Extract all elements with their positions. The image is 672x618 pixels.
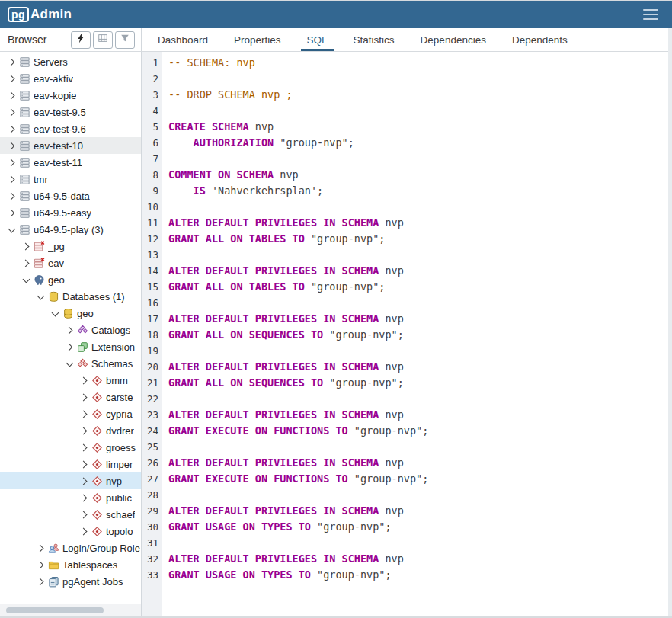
tree-item-pg[interactable]: _pg bbox=[0, 238, 141, 255]
tree-item-pgagent-jobs[interactable]: pgAgent Jobs bbox=[0, 573, 141, 590]
chevron-right-icon[interactable] bbox=[78, 428, 89, 434]
tree-item-schaef[interactable]: schaef bbox=[0, 506, 141, 523]
tree-item-geo[interactable]: geo bbox=[0, 271, 141, 288]
chevron-right-icon[interactable] bbox=[6, 126, 17, 132]
tab-dependents[interactable]: Dependents bbox=[506, 28, 574, 51]
chevron-right-icon[interactable] bbox=[78, 395, 89, 400]
chevron-right-icon[interactable] bbox=[78, 529, 89, 534]
code-line: 9 IS 'Nahverkehrsplan'; bbox=[142, 183, 672, 199]
tree-item-extension[interactable]: Extension bbox=[0, 338, 141, 355]
filter-button[interactable] bbox=[115, 31, 135, 49]
view-data-button[interactable] bbox=[93, 31, 113, 49]
tree-item-bmm[interactable]: bmm bbox=[0, 372, 141, 389]
line-number: 3 bbox=[142, 87, 162, 103]
tree-item-eav[interactable]: eav bbox=[0, 255, 141, 271]
tab-dashboard[interactable]: Dashboard bbox=[152, 28, 214, 51]
schema-icon bbox=[90, 526, 104, 537]
postgres-icon bbox=[32, 274, 46, 286]
tree-item-eav-test-9-5[interactable]: eav-test-9.5 bbox=[0, 104, 141, 120]
chevron-right-icon[interactable] bbox=[6, 160, 17, 165]
tree-item-u64-9-5-play-3[interactable]: u64-9.5-play (3) bbox=[0, 221, 141, 238]
tree-item-nvp[interactable]: nvp bbox=[0, 472, 141, 489]
code-line: 3-- DROP SCHEMA nvp ; bbox=[142, 87, 672, 103]
chevron-right-icon[interactable] bbox=[78, 462, 89, 467]
query-tool-button[interactable] bbox=[71, 31, 91, 49]
chevron-right-icon[interactable] bbox=[64, 344, 75, 350]
code-line: 27GRANT EXECUTE ON FUNCTIONS TO "group-n… bbox=[142, 471, 672, 487]
tree-item-eav-test-10[interactable]: eav-test-10 bbox=[0, 137, 141, 154]
chevron-down-icon[interactable] bbox=[50, 312, 60, 315]
tree-item-public[interactable]: public bbox=[0, 489, 141, 506]
chevron-right-icon[interactable] bbox=[21, 261, 31, 266]
tree-item-eav-kopie[interactable]: eav-kopie bbox=[0, 87, 141, 104]
tree-item-u64-9-5-data[interactable]: u64-9.5-data bbox=[0, 187, 141, 204]
tree-item-geo[interactable]: geo bbox=[0, 305, 141, 322]
sidebar-horizontal-scrollbar-thumb[interactable] bbox=[6, 607, 104, 613]
tree-item-tablespaces[interactable]: Tablespaces bbox=[0, 556, 141, 573]
chevron-right-icon[interactable] bbox=[6, 59, 17, 65]
tree-item-dvdrer[interactable]: dvdrer bbox=[0, 422, 141, 439]
pgagent-icon bbox=[46, 576, 60, 588]
tree-item-schemas[interactable]: Schemas bbox=[0, 355, 141, 372]
hamburger-menu-icon[interactable] bbox=[640, 6, 661, 23]
tab-sql[interactable]: SQL bbox=[301, 28, 334, 51]
server-icon bbox=[18, 140, 31, 152]
line-number: 11 bbox=[142, 215, 162, 231]
chevron-down-icon[interactable] bbox=[35, 295, 46, 299]
chevron-right-icon[interactable] bbox=[6, 177, 17, 182]
tree-item-cypria[interactable]: cypria bbox=[0, 405, 141, 422]
sidebar-horizontal-scrollbar-track[interactable] bbox=[0, 604, 141, 616]
tree-item-eav-aktiv[interactable]: eav-aktiv bbox=[0, 70, 141, 87]
chevron-right-icon[interactable] bbox=[78, 445, 89, 450]
browser-toolbar bbox=[71, 31, 135, 49]
tree-item-label: carste bbox=[106, 392, 133, 403]
code-text: CREATE SCHEMA nvp bbox=[162, 119, 274, 135]
chevron-down-icon[interactable] bbox=[6, 228, 17, 232]
chevron-right-icon[interactable] bbox=[78, 495, 89, 501]
tree-item-label: dvdrer bbox=[106, 425, 134, 437]
tree-item-groess[interactable]: groess bbox=[0, 439, 141, 456]
tree-item-catalogs[interactable]: Catalogs bbox=[0, 322, 141, 338]
tree-item-eav-test-9-6[interactable]: eav-test-9.6 bbox=[0, 120, 141, 137]
code-text: ALTER DEFAULT PRIVILEGES IN SCHEMA nvp bbox=[162, 407, 404, 423]
chevron-right-icon[interactable] bbox=[35, 579, 46, 584]
code-line: 23ALTER DEFAULT PRIVILEGES IN SCHEMA nvp bbox=[142, 407, 672, 423]
chevron-right-icon[interactable] bbox=[6, 143, 17, 149]
tree-item-limper[interactable]: limper bbox=[0, 456, 141, 472]
tree-item-u64-9-5-easy[interactable]: u64-9.5-easy bbox=[0, 204, 141, 221]
tree-item-label: u64-9.5-play (3) bbox=[34, 224, 104, 235]
tree-item-databases-1[interactable]: Databases (1) bbox=[0, 288, 141, 305]
sql-editor[interactable]: 1-- SCHEMA: nvp23-- DROP SCHEMA nvp ;45C… bbox=[142, 52, 672, 618]
chevron-down-icon[interactable] bbox=[64, 362, 75, 366]
chevron-right-icon[interactable] bbox=[6, 194, 17, 199]
chevron-right-icon[interactable] bbox=[6, 93, 17, 98]
chevron-right-icon[interactable] bbox=[21, 244, 31, 249]
pgadmin-logo: pg Admin bbox=[8, 7, 72, 22]
tree-item-login-group-role[interactable]: Login/Group Role bbox=[0, 540, 141, 556]
tab-dependencies[interactable]: Dependencies bbox=[414, 28, 492, 51]
tree-item-servers[interactable]: Servers bbox=[0, 53, 141, 70]
line-number: 7 bbox=[142, 151, 162, 167]
chevron-right-icon[interactable] bbox=[6, 76, 17, 82]
chevron-right-icon[interactable] bbox=[6, 110, 17, 115]
tree-item-carste[interactable]: carste bbox=[0, 389, 141, 405]
tab-statistics[interactable]: Statistics bbox=[347, 28, 401, 51]
chevron-right-icon[interactable] bbox=[78, 512, 89, 517]
chevron-right-icon[interactable] bbox=[64, 328, 75, 333]
tree-item-label: u64-9.5-data bbox=[34, 191, 90, 202]
chevron-down-icon[interactable] bbox=[21, 278, 31, 282]
tree-item-tmr[interactable]: tmr bbox=[0, 171, 141, 187]
chevron-right-icon[interactable] bbox=[35, 546, 46, 551]
tab-properties[interactable]: Properties bbox=[228, 28, 287, 51]
tree-item-topolo[interactable]: topolo bbox=[0, 523, 141, 540]
chevron-right-icon[interactable] bbox=[35, 562, 46, 568]
logo-admin-text: Admin bbox=[30, 7, 72, 22]
tree-item-eav-test-11[interactable]: eav-test-11 bbox=[0, 154, 141, 171]
chevron-right-icon[interactable] bbox=[78, 479, 89, 484]
chevron-right-icon[interactable] bbox=[78, 378, 89, 383]
browser-tree-panel: Serverseav-aktiveav-kopieeav-test-9.5eav… bbox=[0, 52, 142, 618]
chevron-right-icon[interactable] bbox=[6, 210, 17, 216]
chevron-right-icon[interactable] bbox=[78, 411, 89, 417]
line-number: 21 bbox=[142, 375, 162, 391]
code-line: 19 bbox=[142, 343, 672, 359]
